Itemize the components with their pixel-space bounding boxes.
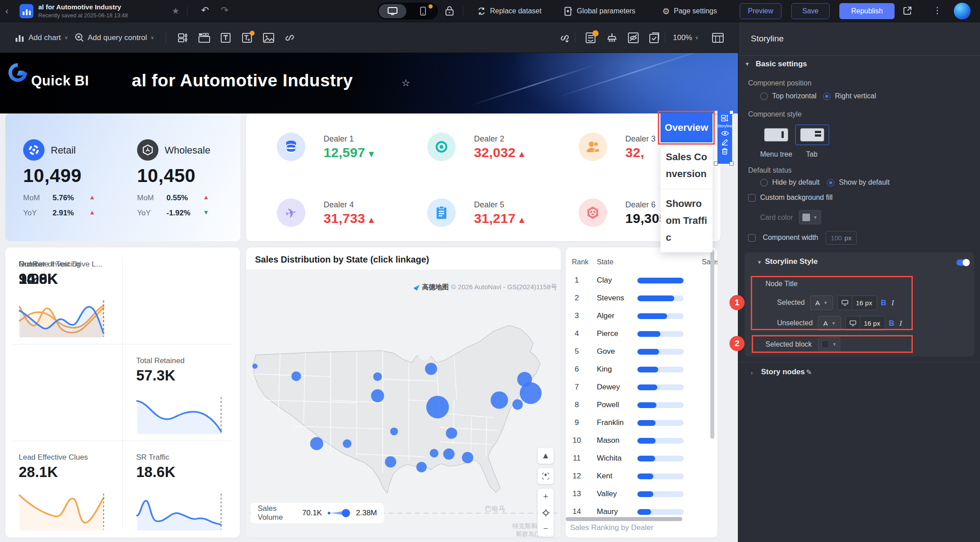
- favorite-star-icon[interactable]: ★: [172, 6, 179, 16]
- more-menu-icon[interactable]: ⋮: [933, 5, 942, 16]
- component-width-input[interactable]: 100px: [826, 231, 857, 245]
- chevron-down-icon[interactable]: ▼: [745, 61, 750, 67]
- table-row[interactable]: 1 Clay: [566, 271, 708, 289]
- table-row[interactable]: 7 Dewey: [566, 378, 708, 396]
- share-icon[interactable]: [903, 6, 912, 17]
- smart-text-icon[interactable]: [241, 32, 253, 44]
- table-row[interactable]: 2 Stevens: [566, 289, 708, 307]
- checkbox-custom-background[interactable]: [748, 194, 756, 202]
- table-row[interactable]: 10 Mason: [566, 432, 708, 449]
- zoom-out-button[interactable]: −: [538, 521, 554, 537]
- preview-button[interactable]: Preview: [740, 3, 782, 19]
- basic-settings-header[interactable]: Basic settings: [756, 60, 807, 69]
- save-button[interactable]: Save: [791, 3, 830, 19]
- add-chart-button[interactable]: Add chart∨: [15, 22, 68, 53]
- selection-handle[interactable]: [714, 162, 718, 166]
- republish-button[interactable]: Republish: [839, 3, 895, 19]
- add-query-control-button[interactable]: Add query control∨: [75, 22, 154, 53]
- metric-card[interactable]: Total Retained 57.3K: [123, 344, 240, 441]
- edit-pencil-icon[interactable]: [721, 138, 729, 146]
- metric-card[interactable]: SR Traffic 18.6K: [123, 441, 240, 537]
- grid-settings-icon[interactable]: [712, 32, 724, 44]
- table-row[interactable]: 12 Kent: [566, 467, 708, 485]
- radio-right-vertical[interactable]: [823, 93, 830, 100]
- table-row[interactable]: 6 King: [566, 360, 708, 378]
- tab-style-option-selected[interactable]: [795, 125, 829, 145]
- tab-container-icon[interactable]: [198, 32, 210, 44]
- tab-showroom-traffic[interactable]: Showroom Traffic: [660, 189, 713, 252]
- desktop-view-icon[interactable]: [379, 4, 406, 18]
- radio-label[interactable]: Hide by default: [772, 178, 820, 186]
- kpi-card[interactable]: Retail 10,499 MoM5.76%▲ YoY2.91%▲ Wholes…: [5, 113, 240, 241]
- image-icon[interactable]: [263, 32, 274, 44]
- theme-link-icon[interactable]: [559, 32, 571, 44]
- dealer-kpi[interactable]: ✈ Dealer 4 31,733▲: [277, 198, 424, 252]
- selection-handle[interactable]: [729, 110, 733, 114]
- radio-show-by-default[interactable]: [827, 179, 834, 186]
- checkbox-label[interactable]: Custom background fill: [760, 194, 833, 202]
- ranking-panel[interactable]: Rank State Sales 1 Clay 2 Stevens 3 Alge…: [566, 247, 717, 538]
- radio-label[interactable]: Top horizontal: [772, 92, 817, 100]
- tab-sales-conversion[interactable]: Sales Conversion: [660, 142, 713, 189]
- table-row[interactable]: 13 Valley: [566, 485, 708, 503]
- caret-down-icon[interactable]: ▼: [757, 259, 762, 265]
- text-box-icon[interactable]: [220, 32, 231, 44]
- lock-icon[interactable]: [445, 5, 454, 18]
- checkbox-component-width[interactable]: [748, 234, 756, 242]
- controls-layout-icon[interactable]: [177, 32, 189, 44]
- menu-tree-style-option[interactable]: [764, 128, 788, 142]
- edit-pencil-icon[interactable]: ✎: [806, 368, 812, 376]
- hide-preview-icon[interactable]: [628, 32, 639, 44]
- locate-button[interactable]: [538, 505, 554, 521]
- page-settings-button[interactable]: ⚙ Page settings: [662, 0, 717, 22]
- dealer-kpi-panel[interactable]: Dealer 1 12,597▼ Dealer 2 32,032▲ Dealer…: [246, 113, 721, 241]
- vertical-scrollbar[interactable]: [710, 250, 714, 516]
- map-zoom-controls[interactable]: + −: [538, 489, 554, 537]
- redo-icon[interactable]: ↷: [221, 5, 229, 16]
- radio-label[interactable]: Right vertical: [835, 92, 876, 100]
- eye-icon[interactable]: [721, 130, 729, 136]
- radio-label[interactable]: Show by default: [839, 178, 890, 186]
- radio-top-horizontal[interactable]: [760, 93, 768, 100]
- map-alert-button[interactable]: ▲: [538, 448, 554, 464]
- zoom-in-button[interactable]: +: [538, 489, 554, 505]
- story-nodes-header[interactable]: Story nodes: [761, 368, 805, 376]
- checkbox-label[interactable]: Component width: [763, 234, 818, 242]
- link-icon[interactable]: [284, 32, 296, 44]
- horizontal-scrollbar[interactable]: [566, 517, 695, 521]
- avatar[interactable]: [953, 2, 971, 20]
- metric-card[interactable]: RunRate Invoicing 9.98K: [5, 247, 122, 344]
- selection-handle[interactable]: [729, 162, 733, 166]
- dealer-kpi[interactable]: Dealer 2 32,032▲: [427, 133, 574, 186]
- metric-card[interactable]: Lead Effective Clues 28.1K: [5, 441, 122, 537]
- undo-icon[interactable]: ↶: [201, 5, 209, 16]
- table-row[interactable]: 11 Wichita: [566, 449, 708, 467]
- card-color-picker[interactable]: ▼: [799, 210, 821, 224]
- draft-doc-icon[interactable]: [585, 32, 596, 44]
- storyline-style-toggle[interactable]: [956, 259, 970, 266]
- table-row[interactable]: 8 Powell: [566, 396, 708, 414]
- dealer-kpi[interactable]: Dealer 5 31,217▲: [427, 198, 574, 252]
- back-icon[interactable]: ‹: [5, 6, 8, 16]
- storyline-style-header[interactable]: Storyline Style: [765, 257, 818, 266]
- table-row[interactable]: 3 Alger: [566, 307, 708, 325]
- device-toggle[interactable]: [377, 3, 438, 20]
- trash-icon[interactable]: [721, 148, 728, 155]
- map-fit-button[interactable]: [538, 468, 554, 484]
- batch-select-icon[interactable]: [649, 32, 660, 44]
- chevron-right-icon[interactable]: ›: [751, 369, 753, 376]
- table-row[interactable]: 4 Pierce: [566, 325, 708, 343]
- title-star-icon[interactable]: ☆: [401, 77, 410, 89]
- us-map[interactable]: 高德地图© 2026 AutoNavi - GS(2024)1158号 墨西哥 …: [246, 270, 561, 538]
- map-panel[interactable]: Sales Distribution by State (click linka…: [246, 247, 561, 538]
- clipboard-icon: [427, 198, 456, 227]
- radio-hide-by-default[interactable]: [760, 179, 768, 186]
- metrics-panel[interactable]: Total Retained 57.3K Lead Effective Clue…: [5, 247, 240, 538]
- replace-dataset-button[interactable]: Replace dataset: [477, 0, 542, 22]
- zoom-select[interactable]: 100%∨: [673, 22, 699, 53]
- table-row[interactable]: 9 Franklin: [566, 414, 708, 432]
- global-parameters-button[interactable]: Global parameters: [564, 0, 636, 22]
- table-row[interactable]: 5 Gove: [566, 343, 708, 360]
- clean-broom-icon[interactable]: [606, 32, 618, 44]
- dealer-kpi[interactable]: Dealer 1 12,597▼: [277, 133, 424, 186]
